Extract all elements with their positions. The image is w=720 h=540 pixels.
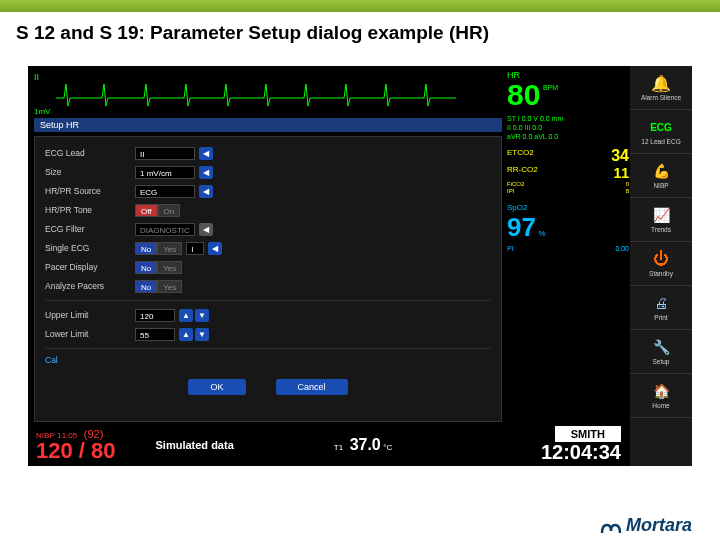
ecg-lead-value[interactable]: II — [135, 147, 195, 160]
bottom-bar: NIBP 11:05 (92) 120 / 80 Simulated data … — [28, 424, 629, 466]
arrow-left-icon: ◀ — [199, 223, 213, 236]
size-value[interactable]: 1 mV/cm — [135, 166, 195, 179]
ecg-trace — [56, 76, 456, 112]
ecg-waveform-area: II 1mV — [34, 72, 502, 116]
hrpr-tone-label: HR/PR Tone — [45, 205, 135, 215]
ecg-lead-label: ECG Lead — [45, 148, 135, 158]
setup-dialog: ECG Lead II ◀ Size 1 mV/cm ◀ HR/PR Sourc… — [34, 136, 502, 422]
arrow-left-icon[interactable]: ◀ — [199, 147, 213, 160]
ok-button[interactable]: OK — [188, 379, 245, 395]
cal-button[interactable]: Cal — [45, 355, 491, 365]
spo2-label: SpO2 — [507, 203, 527, 212]
arrow-left-icon[interactable]: ◀ — [199, 166, 213, 179]
monitor-screen: II 1mV Setup HR ECG Lead II ◀ Size 1 mV/… — [28, 66, 692, 466]
setup-header: Setup HR — [34, 118, 502, 132]
home-button[interactable]: 🏠 Home — [630, 374, 692, 418]
pacer-display-label: Pacer Display — [45, 262, 135, 272]
home-icon: 🏠 — [651, 382, 671, 400]
arrow-down-icon[interactable]: ▼ — [195, 328, 209, 341]
nibp-button[interactable]: 💪 NIBP — [630, 154, 692, 198]
rrco2-label: RR-CO2 — [507, 165, 538, 174]
hrpr-source-label: HR/PR Source — [45, 186, 135, 196]
print-button[interactable]: 🖨 Print — [630, 286, 692, 330]
lower-limit-value[interactable]: 55 — [135, 328, 175, 341]
t1-value: 37.0 — [350, 436, 381, 453]
analyze-pacers-label: Analyze Pacers — [45, 281, 135, 291]
spo2-value: 97 — [507, 212, 536, 242]
power-icon: ⏻ — [651, 250, 671, 268]
vitals-panel: HR 80 BPM ST I 0.0 V 0.0 mm II 0.0 III 0… — [507, 70, 629, 252]
size-label: Size — [45, 167, 135, 177]
alarm-silence-button[interactable]: 🔔 Alarm Silence — [630, 66, 692, 110]
arrow-left-icon[interactable]: ◀ — [208, 242, 222, 255]
upper-limit-value[interactable]: 120 — [135, 309, 175, 322]
pacer-display-toggle[interactable]: NoYes — [135, 261, 182, 274]
etco2-value: 34 — [611, 147, 629, 165]
st-block: ST I 0.0 V 0.0 mm II 0.0 III 0.0 aVR 0.0… — [507, 114, 629, 141]
footer-logo: Mortara — [600, 515, 692, 536]
12-lead-ecg-button[interactable]: ECG 12 Lead ECG — [630, 110, 692, 154]
arrow-up-icon[interactable]: ▲ — [179, 309, 193, 322]
slide-title: S 12 and S 19: Parameter Setup dialog ex… — [0, 12, 720, 52]
t1-label: T1 — [334, 443, 343, 452]
hr-unit: BPM — [543, 84, 558, 91]
arrow-up-icon[interactable]: ▲ — [179, 328, 193, 341]
upper-limit-label: Upper Limit — [45, 310, 135, 320]
sidebar: 🔔 Alarm Silence ECG 12 Lead ECG 💪 NIBP 📈… — [630, 66, 692, 466]
lead-label: II — [34, 72, 39, 82]
wrench-icon: 🔧 — [651, 338, 671, 356]
simulated-label: Simulated data — [156, 439, 234, 451]
cancel-button[interactable]: Cancel — [276, 379, 348, 395]
scale-label: 1mV — [34, 107, 50, 116]
etco2-label: ETCO2 — [507, 148, 534, 157]
standby-button[interactable]: ⏻ Standby — [630, 242, 692, 286]
clock: 12:04:34 — [541, 441, 621, 464]
hrpr-tone-toggle[interactable]: OffOn — [135, 204, 180, 217]
bell-icon: 🔔 — [651, 74, 671, 92]
trends-button[interactable]: 📈 Trends — [630, 198, 692, 242]
chart-icon: 📈 — [651, 206, 671, 224]
arrow-left-icon[interactable]: ◀ — [199, 185, 213, 198]
arrow-down-icon[interactable]: ▼ — [195, 309, 209, 322]
ecg-filter-value[interactable]: DIAGNOSTIC — [135, 223, 195, 236]
patient-name[interactable]: SMITH — [555, 426, 621, 442]
pi-label: PI — [507, 245, 514, 252]
single-ecg-label: Single ECG — [45, 243, 135, 253]
nibp-value: 120 / 80 — [36, 438, 116, 463]
rrco2-value: 11 — [613, 165, 629, 181]
printer-icon: 🖨 — [651, 294, 671, 312]
lower-limit-label: Lower Limit — [45, 329, 135, 339]
ecg-icon: ECG — [651, 118, 671, 136]
ecg-filter-label: ECG Filter — [45, 224, 135, 234]
hrpr-source-value[interactable]: ECG — [135, 185, 195, 198]
hr-value: 80 — [507, 80, 540, 110]
single-ecg-toggle[interactable]: NoYes — [135, 242, 182, 255]
arm-icon: 💪 — [651, 162, 671, 180]
setup-button[interactable]: 🔧 Setup — [630, 330, 692, 374]
single-ecg-extra[interactable]: I — [186, 242, 204, 255]
analyze-pacers-toggle[interactable]: NoYes — [135, 280, 182, 293]
pi-value: 0.00 — [615, 245, 629, 252]
